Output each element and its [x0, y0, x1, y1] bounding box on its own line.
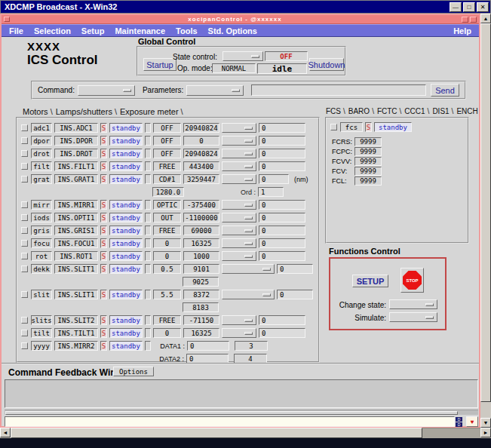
- motor-toggle[interactable]: [21, 201, 28, 208]
- simulate-menu[interactable]: [389, 312, 437, 322]
- motor-toggle[interactable]: [21, 342, 28, 349]
- tab-fcs[interactable]: FCS: [325, 107, 348, 115]
- motor-target-entry[interactable]: 0: [259, 315, 305, 325]
- stop-button[interactable]: STOP: [400, 268, 424, 293]
- feedback-hscroll-thumb[interactable]: [5, 411, 458, 415]
- motor-toggle[interactable]: [21, 150, 28, 157]
- send-button[interactable]: Send: [431, 84, 459, 97]
- scroll-right-icon[interactable]: ►: [480, 428, 491, 437]
- motor-preset-menu[interactable]: [222, 200, 256, 210]
- motor-target-entry[interactable]: 0: [277, 264, 313, 274]
- menu-selection[interactable]: Selection: [29, 26, 76, 35]
- motor-toggle[interactable]: [21, 137, 28, 144]
- close-icon[interactable]: ✕: [477, 2, 489, 12]
- tab-exposure-meter[interactable]: Exposure meter: [119, 107, 186, 116]
- motor-target-entry[interactable]: 0: [259, 161, 305, 171]
- motor-toggle[interactable]: [21, 227, 28, 234]
- os-window-titlebar[interactable]: XDCMP Broadcast - X-Win32 — □ ✕: [0, 0, 491, 14]
- motor-preset-menu[interactable]: [222, 136, 256, 146]
- startup-button[interactable]: Startup: [143, 58, 176, 71]
- motor-preset-menu[interactable]: [222, 328, 256, 338]
- motor-target-entry[interactable]: 0: [259, 136, 305, 146]
- motor-target-entry[interactable]: 0: [259, 200, 305, 210]
- motor-preset-menu[interactable]: [222, 174, 256, 184]
- maximize-icon[interactable]: □: [463, 2, 475, 12]
- change-state-menu[interactable]: [389, 299, 437, 309]
- motor-toggle[interactable]: [21, 240, 28, 247]
- tab-motors[interactable]: Motors: [22, 107, 55, 116]
- setup-button[interactable]: SETUP: [352, 275, 388, 287]
- motor-toggle[interactable]: [21, 330, 28, 336]
- motor-preset-menu[interactable]: [222, 123, 256, 133]
- shutdown-button[interactable]: Shutdown: [309, 58, 344, 71]
- app-titlebar[interactable]: xocipanControl - @xxxxxx: [2, 15, 479, 24]
- scroll-down-icon[interactable]: ▼: [480, 418, 491, 428]
- tab-baro[interactable]: BARO: [348, 107, 376, 115]
- motor-target-entry[interactable]: 0: [259, 149, 305, 158]
- feedback-textarea[interactable]: [5, 379, 478, 408]
- motor-toggle[interactable]: [21, 163, 28, 170]
- motor-toggle[interactable]: [21, 124, 28, 131]
- window-horizontal-scrollbar[interactable]: ◄ ►: [0, 428, 491, 438]
- motor-target-entry[interactable]: 0: [259, 238, 305, 248]
- menu-setup[interactable]: Setup: [76, 26, 110, 35]
- state-control-menu[interactable]: [222, 51, 263, 61]
- data2-entry[interactable]: 0: [186, 354, 229, 363]
- motor-preset-menu[interactable]: [222, 213, 256, 222]
- menu-help[interactable]: Help: [448, 26, 473, 35]
- motor-preset-menu[interactable]: [222, 226, 256, 235]
- app-maximize-icon[interactable]: [470, 17, 477, 23]
- motor-preset-menu[interactable]: [222, 238, 256, 248]
- motor-target-entry[interactable]: 0: [277, 290, 313, 299]
- scroll-left-icon[interactable]: ◄: [0, 428, 11, 437]
- menu-maintenance[interactable]: Maintenance: [109, 26, 170, 35]
- motor-target-entry[interactable]: 0: [259, 251, 305, 261]
- vscroll-track[interactable]: [480, 23, 491, 418]
- motor-preset-menu[interactable]: [222, 149, 256, 158]
- data1-entry[interactable]: 0: [187, 341, 229, 351]
- motor-toggle[interactable]: [21, 291, 28, 298]
- options-button[interactable]: Options: [113, 367, 154, 376]
- feedback-horizontal-scrollbar[interactable]: [5, 410, 478, 415]
- motor-toggle[interactable]: [21, 253, 28, 259]
- main-panel: XXXX ICS Control Global Control Startup …: [2, 37, 479, 363]
- tab-fctc[interactable]: FCTC: [376, 107, 404, 115]
- motor-preset-menu[interactable]: [222, 315, 256, 325]
- command-menu[interactable]: [78, 85, 135, 96]
- motor-target-entry[interactable]: 0: [259, 226, 305, 235]
- input-history-icon[interactable]: D D: [456, 416, 465, 427]
- hscroll-track[interactable]: [422, 428, 480, 438]
- order-entry[interactable]: 1: [258, 187, 284, 197]
- tab-ccc1[interactable]: CCC1: [404, 107, 431, 115]
- feedback-command-input[interactable]: [5, 416, 455, 427]
- hscroll-thumb[interactable]: [11, 428, 422, 438]
- minimize-icon[interactable]: —: [450, 2, 462, 12]
- motor-target-entry[interactable]: 0: [259, 174, 289, 184]
- motor-preset-menu[interactable]: [222, 290, 275, 299]
- command-input[interactable]: [251, 84, 426, 96]
- motor-toggle[interactable]: [21, 317, 28, 324]
- motor-target-entry[interactable]: 0: [259, 123, 305, 133]
- motor-toggle[interactable]: [21, 176, 28, 183]
- scroll-up-icon[interactable]: ▲: [480, 14, 491, 23]
- tab-dis1[interactable]: DIS1: [431, 107, 456, 115]
- parameters-menu[interactable]: [186, 85, 244, 96]
- menu-std-options[interactable]: Std. Options: [203, 26, 262, 35]
- app-menu-icon[interactable]: [4, 17, 10, 22]
- motor-target-entry[interactable]: 0: [259, 328, 305, 338]
- motor-toggle[interactable]: [21, 265, 28, 272]
- menu-tools[interactable]: Tools: [170, 26, 203, 35]
- motor-toggle[interactable]: [21, 214, 28, 221]
- tab-ench[interactable]: ENCH: [456, 107, 479, 115]
- vscroll-thumb[interactable]: [480, 23, 491, 402]
- fcs-toggle[interactable]: [330, 124, 337, 130]
- app-minimize-icon[interactable]: [462, 17, 468, 23]
- tab-lamps-shutters[interactable]: Lamps/shutters: [55, 107, 119, 116]
- motor-target-entry[interactable]: 0: [259, 213, 305, 222]
- motor-preset-menu[interactable]: [222, 161, 256, 171]
- heart-button[interactable]: ♥: [466, 416, 478, 427]
- menu-file[interactable]: File: [8, 26, 29, 35]
- motor-preset-menu[interactable]: [222, 251, 256, 261]
- window-vertical-scrollbar[interactable]: ▲ ▼: [480, 14, 491, 428]
- motor-preset-menu[interactable]: [222, 264, 275, 274]
